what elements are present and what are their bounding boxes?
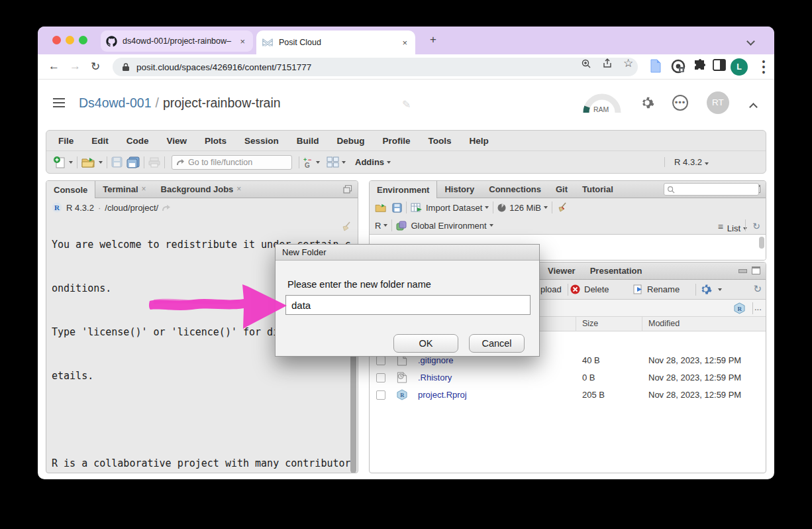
column-modified[interactable]: Modified	[648, 319, 680, 328]
open-file-icon[interactable]	[81, 156, 96, 168]
tab-console[interactable]: Console	[46, 181, 95, 198]
tab-tutorial[interactable]: Tutorial	[575, 181, 621, 198]
more-options-icon[interactable]: •••	[672, 95, 688, 111]
breadcrumb-more[interactable]: ...	[754, 302, 762, 312]
forward-button[interactable]: →	[70, 60, 81, 73]
version-control-caret[interactable]	[316, 161, 320, 164]
file-row-rhistory[interactable]: .Rhistory 0 B Nov 28, 2023, 12:59 PM	[370, 370, 766, 387]
project-avatar[interactable]: RT	[707, 91, 729, 114]
import-dataset-button[interactable]: Import Dataset	[426, 203, 482, 213]
menu-help[interactable]: Help	[470, 136, 489, 146]
list-view-icon[interactable]: ≡	[718, 221, 723, 232]
tab-close-icon[interactable]: ×	[399, 38, 410, 48]
tab-background-jobs[interactable]: Background Jobs×	[154, 181, 249, 198]
save-icon[interactable]	[111, 156, 123, 168]
collapse-chevron-icon[interactable]	[750, 101, 756, 113]
pane-layout-caret[interactable]	[342, 161, 346, 164]
new-file-caret[interactable]	[69, 161, 73, 164]
back-button[interactable]: ←	[48, 60, 60, 73]
global-environment-selector[interactable]: Global Environment	[411, 221, 486, 231]
addins-caret[interactable]	[387, 161, 391, 164]
memory-caret[interactable]	[544, 206, 548, 209]
rename-icon[interactable]	[633, 284, 644, 294]
cancel-button[interactable]: Cancel	[469, 334, 525, 353]
extensions-puzzle-icon[interactable]	[693, 59, 707, 72]
language-caret[interactable]	[383, 224, 387, 227]
new-file-icon[interactable]	[53, 156, 66, 169]
environment-search-box[interactable]	[664, 183, 759, 196]
tab-connections[interactable]: Connections	[482, 181, 548, 198]
share-icon[interactable]	[602, 58, 613, 69]
edit-pencil-icon[interactable]: ✎	[402, 98, 411, 111]
traffic-light-zoom[interactable]	[79, 36, 87, 44]
restore-pane-icon[interactable]	[343, 185, 352, 194]
files-more-gear-icon[interactable]	[699, 283, 712, 296]
menu-build[interactable]: Build	[297, 136, 319, 146]
upload-button-fragment[interactable]: pload	[540, 284, 562, 294]
goto-file-function-box[interactable]	[172, 155, 292, 170]
tab-viewer[interactable]: Viewer	[540, 263, 583, 279]
column-size[interactable]: Size	[582, 319, 598, 328]
tab-presentation[interactable]: Presentation	[583, 263, 650, 279]
file-checkbox[interactable]	[376, 356, 385, 365]
docs-extension-icon[interactable]	[650, 59, 662, 74]
addins-button[interactable]: Addins	[355, 157, 384, 167]
menu-edit[interactable]: Edit	[91, 136, 109, 146]
menu-session[interactable]: Session	[244, 136, 279, 146]
print-icon[interactable]	[148, 157, 160, 168]
file-checkbox[interactable]	[376, 373, 385, 382]
dialog-title[interactable]: New Folder	[276, 245, 539, 261]
refresh-environment-icon[interactable]: ↻	[752, 221, 760, 231]
refresh-files-icon[interactable]: ↻	[753, 283, 762, 295]
tab-history[interactable]: History	[437, 181, 482, 198]
menu-plots[interactable]: Plots	[205, 136, 227, 146]
file-checkbox[interactable]	[376, 390, 385, 400]
clear-environment-broom-icon[interactable]	[556, 202, 568, 213]
zoom-icon[interactable]	[581, 58, 591, 69]
console-working-dir[interactable]: /cloud/project/	[105, 203, 158, 213]
bookmark-star-icon[interactable]: ☆	[623, 56, 634, 67]
save-all-icon[interactable]	[127, 156, 140, 168]
browser-menu-kebab-icon[interactable]: •••	[758, 59, 769, 75]
menu-tools[interactable]: Tools	[429, 136, 452, 146]
import-dataset-icon[interactable]	[411, 203, 423, 212]
list-view-label[interactable]: List	[727, 223, 740, 233]
browser-tab-github[interactable]: ds4owd-001/project-rainbow– ×	[101, 30, 253, 52]
maximize-pane-icon[interactable]	[752, 266, 760, 274]
open-dir-arrow-icon[interactable]	[162, 204, 171, 211]
import-dataset-caret[interactable]	[485, 206, 489, 209]
traffic-light-minimize[interactable]	[66, 36, 74, 44]
side-panel-icon[interactable]	[713, 59, 726, 71]
delete-button[interactable]: Delete	[584, 284, 609, 294]
address-bar[interactable]: posit.cloud/spaces/426916/content/715177…	[113, 58, 638, 76]
reload-button[interactable]: ↻	[91, 60, 100, 74]
save-workspace-icon[interactable]	[392, 203, 402, 213]
tab-search-chevron[interactable]	[748, 35, 758, 46]
environment-search-input[interactable]	[678, 185, 750, 194]
load-workspace-icon[interactable]	[375, 203, 387, 213]
environment-scrollbar[interactable]	[759, 237, 764, 249]
traffic-light-close[interactable]	[52, 36, 61, 44]
menu-profile[interactable]: Profile	[383, 136, 411, 146]
files-more-caret[interactable]	[718, 288, 722, 291]
tab-environment[interactable]: Environment	[370, 181, 437, 198]
tab-terminal[interactable]: Terminal×	[95, 181, 153, 198]
open-file-caret[interactable]	[99, 161, 103, 164]
global-environment-caret[interactable]	[489, 224, 493, 227]
menu-code[interactable]: Code	[127, 136, 149, 146]
pane-layout-icon[interactable]	[327, 156, 339, 168]
minimize-pane-icon[interactable]	[738, 269, 747, 273]
menu-file[interactable]: File	[58, 136, 74, 146]
memory-usage-label[interactable]: 126 MiB	[509, 203, 541, 213]
folder-name-input[interactable]	[285, 295, 531, 315]
breadcrumb-space-link[interactable]: Ds4owd-001	[79, 95, 151, 110]
version-control-icon[interactable]: +−G	[303, 156, 313, 168]
browser-tab-posit-cloud[interactable]: Posit Cloud ×	[256, 30, 415, 54]
menu-debug[interactable]: Debug	[337, 136, 365, 146]
language-selector[interactable]: R	[375, 221, 381, 231]
tab-close-icon[interactable]: ×	[237, 36, 248, 46]
ok-button[interactable]: OK	[393, 334, 458, 353]
r-project-icon[interactable]: R	[734, 302, 745, 314]
goto-file-input[interactable]	[188, 158, 281, 167]
menu-view[interactable]: View	[167, 136, 187, 146]
